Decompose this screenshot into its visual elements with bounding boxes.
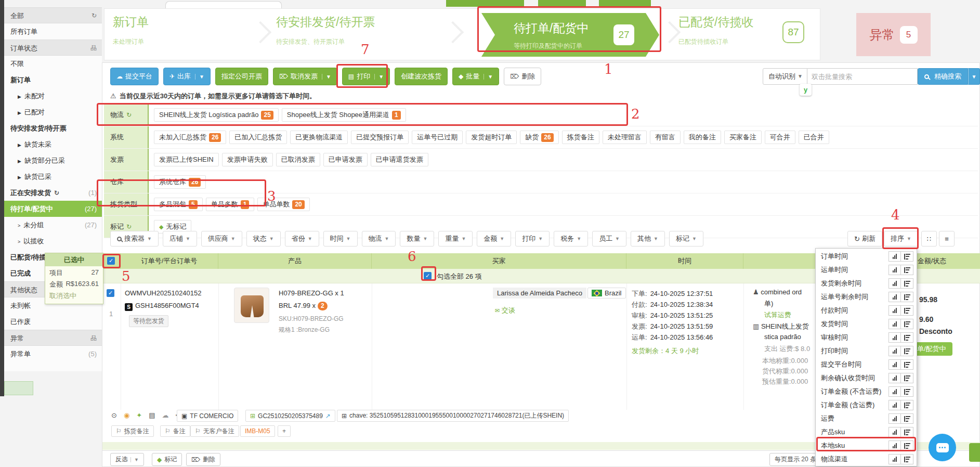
sort-desc-icon[interactable] [901, 346, 913, 356]
sort-asc-icon[interactable] [888, 454, 901, 464]
printer-icon[interactable]: ▤ [149, 411, 155, 419]
sort-asc-icon[interactable] [888, 346, 901, 356]
mark-button[interactable]: ◆标记 [152, 453, 182, 466]
sort-menu-item-13[interactable]: 产品sku [816, 425, 917, 439]
sidebar-item-19[interactable]: 已作废 [4, 314, 102, 330]
sort-menu-item-14[interactable]: 本地sku [816, 439, 917, 452]
tree-icon[interactable]: 品 [90, 40, 97, 56]
filter-chip[interactable]: 有留言 [650, 131, 681, 144]
location-tag[interactable]: IMB-M05 [240, 425, 275, 437]
sort-menu-item-8[interactable]: 提交平台时间 [816, 358, 917, 371]
sort-asc-icon[interactable] [888, 440, 901, 451]
external-link-icon[interactable]: ↗ [325, 412, 331, 420]
sidebar-item-0[interactable]: 全部↻ [4, 7, 102, 23]
sort-menu-item-5[interactable]: 发货时间 [816, 317, 917, 331]
filter-chip[interactable]: 已提交预报订单 [351, 131, 409, 144]
sort-menu-item-15[interactable]: 物流渠道 [816, 452, 917, 466]
cut-off-green-button[interactable] [969, 443, 980, 462]
toolbar-button-0[interactable]: ☁提交平台 [110, 68, 159, 85]
calc-shipping-link[interactable]: 试算运费 [764, 310, 791, 320]
tree-icon[interactable]: 品 [90, 330, 97, 346]
filter-dropdown-8[interactable]: 重量▼ [438, 231, 473, 247]
invoice-key-chip[interactable]: ⊞chave: 35251059512831000195550010000270… [337, 410, 569, 422]
sidebar-item-10[interactable]: ▶缺货已采 [4, 168, 102, 185]
refresh-icon[interactable]: ↻ [126, 111, 132, 119]
sort-desc-icon[interactable] [901, 265, 913, 275]
cloud-icon[interactable]: ☁ [162, 411, 168, 419]
filter-dropdown-7[interactable]: 数量▼ [400, 231, 434, 247]
toolbar-button-1[interactable]: ✈出库▼ [163, 68, 211, 85]
filter-dropdown-13[interactable]: 其他▼ [631, 231, 665, 247]
filter-chip[interactable]: 已加入汇总拣货 [229, 131, 287, 144]
tab-to-print-picking[interactable]: 待打单/配货中 等待打印及配货中的订单 27 [481, 13, 659, 57]
filter-dropdown-12[interactable]: 员工▼ [592, 231, 626, 247]
refresh-icon[interactable]: ↻ [126, 223, 132, 230]
add-tag-button[interactable]: + [278, 425, 291, 437]
sort-button[interactable]: 排序▼ [884, 231, 918, 247]
filter-chip[interactable]: 可合并 [765, 131, 795, 144]
sort-asc-icon[interactable] [888, 359, 901, 370]
sidebar-item-3[interactable]: 不限 [4, 56, 102, 72]
invert-selection-button[interactable]: 反选▼ [110, 453, 144, 466]
filter-dropdown-6[interactable]: 物流▼ [362, 231, 396, 247]
sort-desc-icon[interactable] [901, 359, 913, 370]
sort-desc-icon[interactable] [901, 413, 913, 424]
search-options-caret[interactable]: ▼ [968, 68, 980, 85]
sort-menu-item-3[interactable]: 运单号剩余时间 [816, 290, 917, 304]
sidebar-item-20[interactable]: 异常品 [4, 330, 102, 346]
product-name[interactable]: H079-BREZO-GG x 1 [279, 289, 344, 297]
tab-packed-awaiting-pickup[interactable]: 已配货/待揽收 已配货待揽收订单 87 [678, 14, 753, 56]
sidebar-item-13[interactable]: >未分组(27) [4, 217, 102, 233]
toolbar-button-2[interactable]: 指定公司开票 [215, 68, 268, 85]
tab-exception[interactable]: 异常 5 [856, 13, 931, 56]
sort-asc-icon[interactable] [888, 305, 901, 316]
product-image[interactable] [234, 288, 269, 323]
tab-awaiting-shipment[interactable]: 待安排发货/待开票 待安排发货、待开票订单 [276, 14, 375, 56]
chevron-down-icon[interactable]: ▼ [322, 74, 331, 80]
sort-menu-item-6[interactable]: 审核时间 [816, 331, 917, 344]
company-chip[interactable]: ▣TF COMERCIO [177, 410, 238, 422]
filter-dropdown-4[interactable]: 省份▼ [285, 231, 319, 247]
filter-dropdown-1[interactable]: 店铺▼ [163, 231, 197, 247]
refresh-icon[interactable]: ↻ [92, 8, 97, 24]
chevron-down-icon[interactable]: ▼ [484, 74, 493, 80]
buyer-name[interactable]: Larissa de Almeida Pacheco [493, 288, 586, 299]
target-icon[interactable]: ⊙ [111, 411, 117, 419]
chevron-down-icon[interactable]: ▼ [195, 74, 204, 80]
sort-menu-item-7[interactable]: 打印时间 [816, 344, 917, 358]
filter-chip[interactable]: 拣货备注 [562, 131, 599, 144]
chevron-down-icon[interactable]: ▼ [374, 74, 384, 80]
coin-icon[interactable]: ◉ [124, 411, 129, 419]
sort-asc-icon[interactable] [888, 332, 901, 343]
support-chat-button[interactable] [929, 434, 956, 461]
order-number[interactable]: OWMVUH202510240152 [125, 289, 201, 297]
sort-asc-icon[interactable] [888, 373, 901, 383]
row-checkbox[interactable]: ✓ [107, 289, 114, 297]
sidebar-item-11[interactable]: 正在安排发货↻(1) [4, 185, 102, 201]
sort-asc-icon[interactable] [888, 319, 901, 329]
sort-asc-icon[interactable] [888, 400, 901, 410]
filter-chip[interactable]: 发票申请失败 [222, 153, 273, 166]
sort-desc-icon[interactable] [901, 386, 913, 397]
sort-menu-item-11[interactable]: 订单金额 (含运费) [816, 398, 917, 412]
filter-chip[interactable]: 运单号已过期 [412, 131, 463, 144]
sidebar-item-14[interactable]: >以揽收 [4, 233, 102, 249]
sort-asc-icon[interactable] [888, 292, 901, 302]
sort-desc-icon[interactable] [901, 319, 913, 329]
sidebar-item-21[interactable]: 异常单(5) [4, 346, 102, 362]
filter-chip[interactable]: 已更换物流渠道 [290, 131, 348, 144]
filter-dropdown-3[interactable]: 状态▼ [246, 231, 281, 247]
sidebar-item-6[interactable]: ▶已配对 [4, 104, 102, 120]
filter-chip[interactable]: SHEIN线上发货 Logística padrão25 [154, 108, 279, 122]
sidebar-item-1[interactable]: 所有订单 [4, 23, 102, 40]
filter-chip[interactable]: 已合并 [799, 131, 829, 144]
sort-asc-icon[interactable] [888, 413, 901, 424]
sort-menu-item-4[interactable]: 付款时间 [816, 304, 917, 317]
sort-menu-item-9[interactable]: 剩余确认收货时间 [816, 371, 917, 385]
sort-desc-icon[interactable] [901, 251, 913, 262]
sidebar-item-8[interactable]: ▶缺货未采 [4, 136, 102, 152]
sidebar-item-12[interactable]: 待打单/配货中(27) [4, 201, 102, 217]
select-all-checkbox[interactable]: ✓ [107, 257, 115, 265]
filter-dropdown-0[interactable]: 搜索器▼ [110, 231, 159, 247]
filter-dropdown-9[interactable]: 金额▼ [477, 231, 511, 247]
